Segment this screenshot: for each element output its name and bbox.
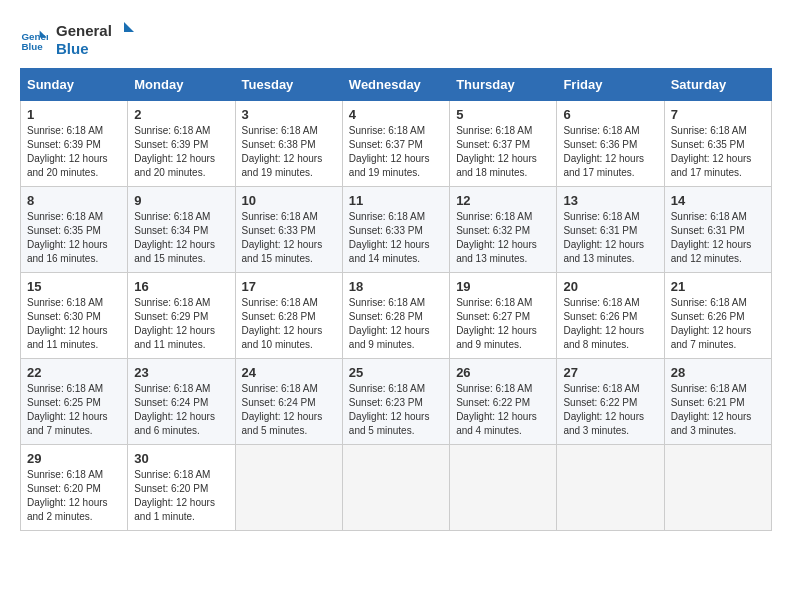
day-cell bbox=[342, 445, 449, 531]
day-cell: 9 Sunrise: 6:18 AM Sunset: 6:34 PM Dayli… bbox=[128, 187, 235, 273]
day-cell: 21 Sunrise: 6:18 AM Sunset: 6:26 PM Dayl… bbox=[664, 273, 771, 359]
col-header-friday: Friday bbox=[557, 69, 664, 101]
day-cell: 27 Sunrise: 6:18 AM Sunset: 6:22 PM Dayl… bbox=[557, 359, 664, 445]
week-row-3: 15 Sunrise: 6:18 AM Sunset: 6:30 PM Dayl… bbox=[21, 273, 772, 359]
col-header-saturday: Saturday bbox=[664, 69, 771, 101]
day-number: 17 bbox=[242, 279, 336, 294]
day-info: Sunrise: 6:18 AM Sunset: 6:30 PM Dayligh… bbox=[27, 296, 121, 352]
day-cell bbox=[450, 445, 557, 531]
day-cell: 14 Sunrise: 6:18 AM Sunset: 6:31 PM Dayl… bbox=[664, 187, 771, 273]
col-header-wednesday: Wednesday bbox=[342, 69, 449, 101]
day-info: Sunrise: 6:18 AM Sunset: 6:38 PM Dayligh… bbox=[242, 124, 336, 180]
day-cell: 6 Sunrise: 6:18 AM Sunset: 6:36 PM Dayli… bbox=[557, 101, 664, 187]
day-cell: 16 Sunrise: 6:18 AM Sunset: 6:29 PM Dayl… bbox=[128, 273, 235, 359]
day-number: 6 bbox=[563, 107, 657, 122]
day-info: Sunrise: 6:18 AM Sunset: 6:39 PM Dayligh… bbox=[27, 124, 121, 180]
day-cell: 11 Sunrise: 6:18 AM Sunset: 6:33 PM Dayl… bbox=[342, 187, 449, 273]
day-info: Sunrise: 6:18 AM Sunset: 6:32 PM Dayligh… bbox=[456, 210, 550, 266]
week-row-1: 1 Sunrise: 6:18 AM Sunset: 6:39 PM Dayli… bbox=[21, 101, 772, 187]
day-cell: 20 Sunrise: 6:18 AM Sunset: 6:26 PM Dayl… bbox=[557, 273, 664, 359]
day-number: 14 bbox=[671, 193, 765, 208]
day-number: 29 bbox=[27, 451, 121, 466]
day-cell: 12 Sunrise: 6:18 AM Sunset: 6:32 PM Dayl… bbox=[450, 187, 557, 273]
day-cell: 19 Sunrise: 6:18 AM Sunset: 6:27 PM Dayl… bbox=[450, 273, 557, 359]
day-info: Sunrise: 6:18 AM Sunset: 6:36 PM Dayligh… bbox=[563, 124, 657, 180]
day-cell: 18 Sunrise: 6:18 AM Sunset: 6:28 PM Dayl… bbox=[342, 273, 449, 359]
day-info: Sunrise: 6:18 AM Sunset: 6:35 PM Dayligh… bbox=[671, 124, 765, 180]
day-number: 9 bbox=[134, 193, 228, 208]
day-number: 12 bbox=[456, 193, 550, 208]
day-number: 13 bbox=[563, 193, 657, 208]
week-row-4: 22 Sunrise: 6:18 AM Sunset: 6:25 PM Dayl… bbox=[21, 359, 772, 445]
day-cell bbox=[235, 445, 342, 531]
day-number: 3 bbox=[242, 107, 336, 122]
day-number: 2 bbox=[134, 107, 228, 122]
day-info: Sunrise: 6:18 AM Sunset: 6:29 PM Dayligh… bbox=[134, 296, 228, 352]
day-number: 22 bbox=[27, 365, 121, 380]
day-number: 28 bbox=[671, 365, 765, 380]
day-info: Sunrise: 6:18 AM Sunset: 6:20 PM Dayligh… bbox=[27, 468, 121, 524]
logo: General Blue General Blue bbox=[20, 20, 136, 58]
day-number: 21 bbox=[671, 279, 765, 294]
col-header-sunday: Sunday bbox=[21, 69, 128, 101]
week-row-5: 29 Sunrise: 6:18 AM Sunset: 6:20 PM Dayl… bbox=[21, 445, 772, 531]
day-number: 27 bbox=[563, 365, 657, 380]
day-number: 30 bbox=[134, 451, 228, 466]
day-cell: 15 Sunrise: 6:18 AM Sunset: 6:30 PM Dayl… bbox=[21, 273, 128, 359]
day-number: 25 bbox=[349, 365, 443, 380]
day-cell: 7 Sunrise: 6:18 AM Sunset: 6:35 PM Dayli… bbox=[664, 101, 771, 187]
day-cell: 26 Sunrise: 6:18 AM Sunset: 6:22 PM Dayl… bbox=[450, 359, 557, 445]
day-info: Sunrise: 6:18 AM Sunset: 6:22 PM Dayligh… bbox=[563, 382, 657, 438]
day-number: 8 bbox=[27, 193, 121, 208]
day-number: 4 bbox=[349, 107, 443, 122]
col-header-tuesday: Tuesday bbox=[235, 69, 342, 101]
calendar-table: SundayMondayTuesdayWednesdayThursdayFrid… bbox=[20, 68, 772, 531]
svg-marker-4 bbox=[124, 22, 134, 32]
day-info: Sunrise: 6:18 AM Sunset: 6:22 PM Dayligh… bbox=[456, 382, 550, 438]
day-info: Sunrise: 6:18 AM Sunset: 6:31 PM Dayligh… bbox=[563, 210, 657, 266]
day-info: Sunrise: 6:18 AM Sunset: 6:28 PM Dayligh… bbox=[242, 296, 336, 352]
header: General Blue General Blue bbox=[20, 20, 772, 58]
day-cell bbox=[557, 445, 664, 531]
day-cell: 22 Sunrise: 6:18 AM Sunset: 6:25 PM Dayl… bbox=[21, 359, 128, 445]
col-header-monday: Monday bbox=[128, 69, 235, 101]
day-number: 15 bbox=[27, 279, 121, 294]
day-info: Sunrise: 6:18 AM Sunset: 6:37 PM Dayligh… bbox=[456, 124, 550, 180]
day-cell: 25 Sunrise: 6:18 AM Sunset: 6:23 PM Dayl… bbox=[342, 359, 449, 445]
day-info: Sunrise: 6:18 AM Sunset: 6:37 PM Dayligh… bbox=[349, 124, 443, 180]
day-number: 18 bbox=[349, 279, 443, 294]
day-number: 24 bbox=[242, 365, 336, 380]
day-cell bbox=[664, 445, 771, 531]
day-info: Sunrise: 6:18 AM Sunset: 6:25 PM Dayligh… bbox=[27, 382, 121, 438]
day-info: Sunrise: 6:18 AM Sunset: 6:35 PM Dayligh… bbox=[27, 210, 121, 266]
day-info: Sunrise: 6:18 AM Sunset: 6:33 PM Dayligh… bbox=[242, 210, 336, 266]
day-info: Sunrise: 6:18 AM Sunset: 6:28 PM Dayligh… bbox=[349, 296, 443, 352]
day-number: 10 bbox=[242, 193, 336, 208]
header-row: SundayMondayTuesdayWednesdayThursdayFrid… bbox=[21, 69, 772, 101]
day-cell: 23 Sunrise: 6:18 AM Sunset: 6:24 PM Dayl… bbox=[128, 359, 235, 445]
day-info: Sunrise: 6:18 AM Sunset: 6:39 PM Dayligh… bbox=[134, 124, 228, 180]
day-info: Sunrise: 6:18 AM Sunset: 6:34 PM Dayligh… bbox=[134, 210, 228, 266]
day-cell: 1 Sunrise: 6:18 AM Sunset: 6:39 PM Dayli… bbox=[21, 101, 128, 187]
col-header-thursday: Thursday bbox=[450, 69, 557, 101]
day-number: 26 bbox=[456, 365, 550, 380]
day-number: 7 bbox=[671, 107, 765, 122]
day-number: 11 bbox=[349, 193, 443, 208]
day-info: Sunrise: 6:18 AM Sunset: 6:21 PM Dayligh… bbox=[671, 382, 765, 438]
day-cell: 3 Sunrise: 6:18 AM Sunset: 6:38 PM Dayli… bbox=[235, 101, 342, 187]
day-info: Sunrise: 6:18 AM Sunset: 6:24 PM Dayligh… bbox=[242, 382, 336, 438]
day-cell: 10 Sunrise: 6:18 AM Sunset: 6:33 PM Dayl… bbox=[235, 187, 342, 273]
day-number: 1 bbox=[27, 107, 121, 122]
day-cell: 24 Sunrise: 6:18 AM Sunset: 6:24 PM Dayl… bbox=[235, 359, 342, 445]
day-cell: 5 Sunrise: 6:18 AM Sunset: 6:37 PM Dayli… bbox=[450, 101, 557, 187]
day-number: 23 bbox=[134, 365, 228, 380]
svg-text:Blue: Blue bbox=[21, 41, 43, 52]
svg-text:Blue: Blue bbox=[56, 40, 89, 57]
day-cell: 29 Sunrise: 6:18 AM Sunset: 6:20 PM Dayl… bbox=[21, 445, 128, 531]
day-info: Sunrise: 6:18 AM Sunset: 6:23 PM Dayligh… bbox=[349, 382, 443, 438]
day-number: 16 bbox=[134, 279, 228, 294]
day-info: Sunrise: 6:18 AM Sunset: 6:27 PM Dayligh… bbox=[456, 296, 550, 352]
day-cell: 13 Sunrise: 6:18 AM Sunset: 6:31 PM Dayl… bbox=[557, 187, 664, 273]
day-info: Sunrise: 6:18 AM Sunset: 6:20 PM Dayligh… bbox=[134, 468, 228, 524]
day-cell: 8 Sunrise: 6:18 AM Sunset: 6:35 PM Dayli… bbox=[21, 187, 128, 273]
